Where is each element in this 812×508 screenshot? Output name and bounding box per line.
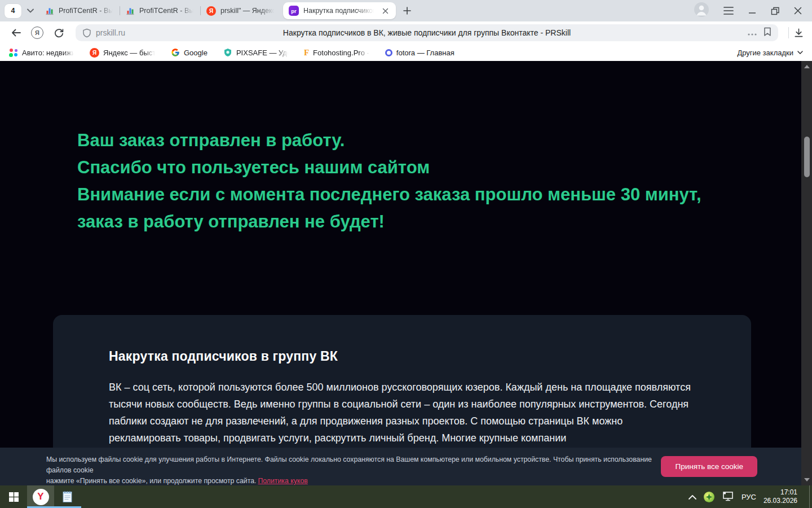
status-line-3: Внимание если с момента последнего заказ… [77,181,701,208]
back-arrow-icon [10,27,21,38]
time-text: 17:01 [764,488,797,497]
plus-icon [403,7,411,15]
card-title: Накрутка подписчиков в группу ВК [109,349,751,364]
other-bookmarks-label: Другие закладки [737,49,793,57]
user-avatar-icon [694,2,709,17]
reload-icon [54,28,64,38]
web-page-content: Ваш заказ отправлен в работу. Спасибо чт… [0,61,812,485]
tab-prskill-active[interactable]: pr Накрутка подписчиков в ВК [283,2,396,19]
new-tab-button[interactable] [398,2,416,20]
yandex-browser-icon: Y [33,489,49,505]
bookmark-google[interactable]: Google [171,48,208,57]
yandex-home-button[interactable]: Я [29,25,45,41]
close-icon [382,8,389,14]
yandex-icon: Я [90,48,99,58]
taskbar-yandex-browser[interactable]: Y [27,485,54,508]
tab-close-button[interactable] [380,6,390,16]
antivirus-tray-icon[interactable] [704,492,714,502]
windows-start-icon [9,492,19,502]
clock[interactable]: 17:01 26.03.2026 [764,488,802,505]
scrollbar-thumb[interactable] [804,137,810,177]
more-actions-button[interactable] [748,28,757,38]
download-icon [793,28,804,38]
chevron-down-icon [27,8,34,13]
window-restore-button[interactable] [771,7,779,15]
bar-chart-favicon-icon [126,6,135,15]
chevron-up-icon [689,494,696,500]
address-field[interactable]: prskill.ru Накрутка подписчиков в ВК, жи… [76,24,778,41]
card-body-text: ВК – соц сеть, которой пользуются более … [109,379,694,446]
hamburger-menu-icon [723,7,734,15]
back-button[interactable] [8,25,24,41]
bookmark-label: Авито: недвижим [22,49,74,57]
minimize-icon [748,7,756,15]
accept-cookies-button[interactable]: Принять все cookie [661,456,757,477]
windows-taskbar: Y [0,485,812,508]
page-title-in-addressbar: Накрутка подписчиков в ВК, живые подписч… [283,28,571,37]
status-line-4: заказ в работу отправлен не будет! [77,208,701,235]
bookmark-label: Яндекс — быстры [103,49,155,57]
triangle-down-icon [804,478,810,481]
reload-button[interactable] [51,25,67,41]
bookmark-yandex[interactable]: Я Яндекс — быстры [90,48,155,58]
show-desktop-button[interactable] [809,485,810,508]
downloads-button[interactable] [793,28,804,38]
shield-security-icon [82,28,91,38]
notepad-icon [60,489,75,504]
avito-icon [9,48,18,57]
taskbar-notepad[interactable] [54,485,81,508]
window-minimize-button[interactable] [748,7,756,15]
network-tray-icon[interactable] [722,491,734,503]
other-bookmarks-button[interactable]: Другие закладки [737,49,803,57]
order-status-message: Ваш заказ отправлен в работу. Спасибо чт… [77,127,701,235]
bookmark-label: Fotohosting.Pro - [313,49,369,57]
cookie-consent-banner: Мы используем файлы cookie для улучшения… [0,448,812,485]
chevron-down-icon [797,51,803,55]
add-bookmark-button[interactable] [764,27,771,39]
bookmark-fotohosting[interactable]: F Fotohosting.Pro - [304,48,369,58]
tab-counter-button[interactable]: 4 [5,4,21,18]
bookmarks-bar: Авито: недвижим Я Яндекс — быстры Google… [0,44,812,61]
monitor-network-icon [722,491,734,501]
bookmark-flag-icon [764,27,771,37]
bookmark-label: PIXSAFE — Удобн [236,49,288,57]
cookie-policy-link[interactable]: Политика куков [258,477,307,485]
bookmark-label: Google [184,49,208,57]
system-tray: РУС 17:01 26.03.2026 [689,485,812,508]
toolbar-separator [788,27,789,38]
status-line-1: Ваш заказ отправлен в работу. [77,127,701,154]
start-button[interactable] [0,485,27,508]
scroll-down-arrow[interactable] [801,475,812,484]
tab-profitcentr-1[interactable]: ProfiTCentR - Выполнение [39,0,120,21]
browser-tab-bar: 4 ProfiTCentR - Выполнение ProfiTCentR -… [0,0,812,21]
browser-menu-button[interactable] [723,7,734,15]
tab-profitcentr-2[interactable]: ProfiTCentR - Выполнение [120,0,200,21]
triangle-up-icon [804,65,810,68]
close-icon [794,7,802,15]
cookie-text: Мы используем файлы cookie для улучшения… [46,454,655,487]
url-text: prskill.ru [96,28,125,37]
bookmark-fotora[interactable]: fotora — Главная [385,49,454,57]
pixsafe-icon [223,48,232,57]
fotohosting-icon: F [304,48,309,58]
tab-list-chevron-button[interactable] [21,0,39,21]
google-icon [171,48,180,57]
tab-title: ProfiTCentR - Выполнение [139,7,195,15]
cookie-text-line1: Мы используем файлы cookie для улучшения… [46,454,655,476]
bar-chart-favicon-icon [45,6,54,15]
bookmark-avito[interactable]: Авито: недвижим [9,48,74,57]
fotora-icon [385,49,392,56]
yandex-ring-icon: Я [31,27,43,39]
prskill-favicon-icon: pr [289,6,299,16]
tab-title: ProfiTCentR - Выполнение [59,7,114,15]
bookmark-label: fotora — Главная [396,49,454,57]
profile-avatar[interactable] [694,2,709,19]
page-scrollbar[interactable] [801,61,812,485]
green-star-icon [705,493,713,501]
tray-expand-button[interactable] [689,492,696,502]
language-indicator[interactable]: РУС [742,493,756,501]
bookmark-pixsafe[interactable]: PIXSAFE — Удобн [223,48,288,57]
window-close-button[interactable] [794,7,802,15]
tab-yandex-search[interactable]: Я prskill" — Яндекс: нашлось [201,0,281,21]
scroll-up-arrow[interactable] [801,62,812,71]
